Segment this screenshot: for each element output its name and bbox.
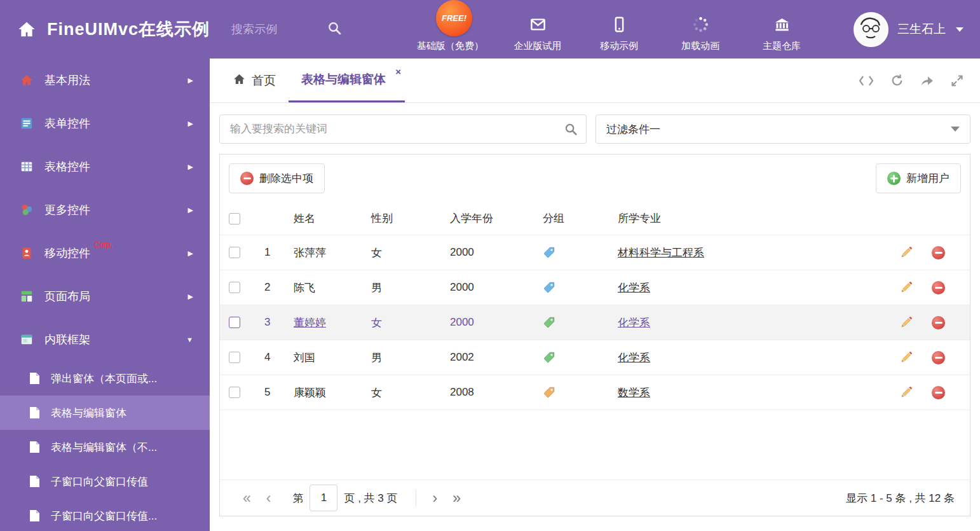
- table-row[interactable]: 4 刘国 男 2002 化学系: [220, 340, 970, 375]
- pagination-bar: « ‹ 第 页 , 共 3 页 › » 显示 1 - 5 条 , 共 12 条: [220, 479, 970, 516]
- layout-icon: [19, 289, 34, 303]
- tab-home[interactable]: 首页: [220, 59, 289, 102]
- table-row-selected[interactable]: 3 董婷婷 女 2000 化学系: [220, 305, 970, 340]
- sidebar-subitem-label: 子窗口向父窗口传值...: [51, 509, 157, 523]
- sidebar-item-label: 页面布局: [44, 289, 90, 304]
- frame-icon: [19, 333, 34, 347]
- file-icon: [29, 372, 42, 385]
- page-number-input[interactable]: [310, 485, 337, 511]
- sidebar-item-mobile-controls[interactable]: 移动控件 Corp. ▶: [0, 231, 210, 275]
- row-checkbox[interactable]: [229, 317, 240, 328]
- table-row[interactable]: 5 康颖颖 女 2008 数学系: [220, 375, 970, 410]
- chevron-down-icon: ▼: [186, 336, 193, 343]
- delete-selected-button[interactable]: 删除选中项: [229, 163, 325, 193]
- filter-dropdown-value: 过滤条件一: [606, 122, 660, 137]
- row-checkbox[interactable]: [229, 387, 240, 398]
- delete-icon[interactable]: [932, 281, 970, 294]
- student-name: 刘国: [294, 350, 371, 365]
- edit-icon[interactable]: [900, 246, 932, 259]
- sidebar-subitem-child-to-parent-2[interactable]: 子窗口向父窗口传值...: [0, 499, 210, 531]
- share-icon[interactable]: [920, 74, 934, 87]
- delete-icon[interactable]: [932, 351, 970, 364]
- prev-page-button[interactable]: ‹: [259, 490, 279, 507]
- column-header-year[interactable]: 入学年份: [450, 211, 543, 226]
- edit-icon[interactable]: [900, 351, 932, 364]
- home-icon[interactable]: [17, 19, 37, 39]
- edit-icon[interactable]: [900, 281, 932, 294]
- nav-label: 移动示例: [600, 40, 638, 52]
- table-row[interactable]: 1 张萍萍 女 2000 材料科学与工程系: [220, 235, 970, 270]
- major-link[interactable]: 化学系: [618, 350, 650, 365]
- search-icon[interactable]: [564, 122, 578, 139]
- grid-toolbar: 删除选中项 新增用户: [220, 155, 970, 202]
- delete-icon[interactable]: [932, 386, 970, 399]
- form-icon: [19, 116, 34, 130]
- nav-theme-store[interactable]: 主题仓库: [754, 16, 809, 52]
- tag-icon: [543, 246, 555, 259]
- select-all-checkbox[interactable]: [229, 213, 240, 224]
- corp-badge: Corp.: [94, 240, 112, 249]
- file-icon: [29, 475, 42, 488]
- student-name: 陈飞: [294, 280, 371, 295]
- minus-circle-icon: [240, 172, 254, 185]
- row-number: 3: [264, 316, 294, 329]
- tag-icon: [543, 386, 555, 399]
- app-title: FineUIMvc在线示例: [47, 18, 210, 41]
- nav-mobile-demo[interactable]: 移动示例: [592, 16, 646, 52]
- sidebar-item-iframe[interactable]: 内联框架 ▼: [0, 318, 210, 361]
- button-label: 删除选中项: [259, 171, 313, 186]
- last-page-button[interactable]: »: [445, 490, 468, 507]
- search-icon[interactable]: [327, 20, 342, 38]
- sidebar-item-form-controls[interactable]: 表单控件 ▶: [0, 102, 210, 145]
- tab-bar: 首页 表格与编辑窗体 ×: [210, 59, 980, 103]
- row-checkbox[interactable]: [229, 352, 240, 363]
- sidebar-item-basic-usage[interactable]: 基本用法 ▶: [0, 59, 210, 102]
- column-header-name[interactable]: 姓名: [294, 211, 371, 226]
- major-link[interactable]: 化学系: [618, 315, 650, 330]
- edit-icon[interactable]: [900, 386, 932, 399]
- close-icon[interactable]: ×: [395, 66, 401, 77]
- app-header: FineUIMvc在线示例 FREE! 基础版（免费） 企业版试用: [0, 0, 980, 59]
- user-menu[interactable]: 三生石上: [854, 12, 963, 47]
- refresh-icon[interactable]: [890, 74, 904, 87]
- nav-label: 企业版试用: [514, 40, 562, 52]
- add-user-button[interactable]: 新增用户: [876, 163, 961, 193]
- row-checkbox[interactable]: [229, 282, 240, 293]
- table-row[interactable]: 2 陈飞 男 2000 化学系: [220, 270, 970, 305]
- delete-icon[interactable]: [932, 246, 970, 259]
- page-label-before: 第: [292, 491, 303, 506]
- flower-icon: [19, 203, 34, 217]
- mobile-icon: [611, 16, 628, 36]
- keyword-search-input[interactable]: [219, 114, 587, 144]
- main-content: 首页 表格与编辑窗体 ×: [210, 59, 980, 531]
- filter-dropdown[interactable]: 过滤条件一: [595, 114, 970, 144]
- tab-grid-edit-window[interactable]: 表格与编辑窗体 ×: [289, 59, 405, 102]
- source-code-icon[interactable]: [859, 75, 874, 86]
- sidebar-item-grid-controls[interactable]: 表格控件 ▶: [0, 145, 210, 188]
- page-label-after: 页 , 共 3 页: [344, 491, 397, 506]
- expand-icon[interactable]: [951, 74, 963, 87]
- first-page-button[interactable]: «: [235, 490, 259, 507]
- sidebar-subitem-grid-edit-window[interactable]: 表格与编辑窗体: [0, 396, 210, 430]
- edit-icon[interactable]: [900, 316, 932, 329]
- row-number: 1: [264, 246, 294, 259]
- column-header-major[interactable]: 所学专业: [618, 211, 900, 226]
- column-header-gender[interactable]: 性别: [371, 211, 450, 226]
- next-page-button[interactable]: ›: [425, 490, 446, 507]
- major-link[interactable]: 数学系: [618, 385, 650, 400]
- sidebar-subitem-grid-edit-window-no[interactable]: 表格与编辑窗体（不...: [0, 430, 210, 464]
- nav-loading-animations[interactable]: 加载动画: [673, 16, 728, 52]
- chevron-down-icon: [951, 127, 960, 132]
- row-checkbox[interactable]: [229, 247, 240, 258]
- major-link[interactable]: 化学系: [618, 280, 650, 295]
- sidebar-item-label: 表格控件: [44, 159, 90, 174]
- sidebar-subitem-popup-window[interactable]: 弹出窗体（本页面或...: [0, 361, 210, 396]
- header-search-input[interactable]: [231, 23, 320, 36]
- sidebar-item-page-layout[interactable]: 页面布局 ▶: [0, 275, 210, 318]
- major-link[interactable]: 材料科学与工程系: [618, 245, 704, 260]
- sidebar-item-more-controls[interactable]: 更多控件 ▶: [0, 188, 210, 231]
- nav-enterprise-trial[interactable]: 企业版试用: [510, 16, 565, 52]
- column-header-group[interactable]: 分组: [543, 211, 618, 226]
- delete-icon[interactable]: [932, 316, 970, 329]
- sidebar-subitem-child-to-parent[interactable]: 子窗口向父窗口传值: [0, 464, 210, 499]
